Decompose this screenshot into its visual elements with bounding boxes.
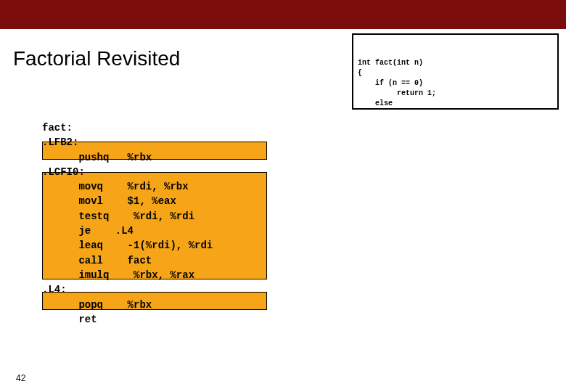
asm-line: pushq %rbx xyxy=(42,150,267,165)
asm-line: call fact xyxy=(42,253,267,268)
asm-line: imulq %rbx, %rax xyxy=(42,268,267,282)
title-bar xyxy=(0,0,566,29)
asm-line: .LFB2: xyxy=(42,135,267,150)
c-code: int fact(int n) { if (n == 0) return 1; … xyxy=(358,58,553,110)
asm-line: testq %rdi, %rdi xyxy=(42,209,267,224)
asm-line: movl $1, %eax xyxy=(42,194,267,208)
asm-line: .L4: xyxy=(42,282,267,297)
asm-line: popq %rbx xyxy=(42,298,267,312)
assembly-listing: fact: .LFB2: pushq %rbx .LCFI0: movq %rd… xyxy=(42,121,267,327)
asm-line: fact: xyxy=(42,121,267,135)
asm-line: ret xyxy=(42,312,267,327)
asm-line: leaq -1(%rdi), %rdi xyxy=(42,238,267,253)
page-number: 42 xyxy=(16,373,25,383)
asm-line: je .L4 xyxy=(42,224,267,238)
c-code-box: int fact(int n) { if (n == 0) return 1; … xyxy=(352,33,559,110)
asm-line: .LCFI0: xyxy=(42,165,267,179)
asm-line: movq %rdi, %rbx xyxy=(42,179,267,194)
slide-title: Factorial Revisited xyxy=(13,47,180,70)
